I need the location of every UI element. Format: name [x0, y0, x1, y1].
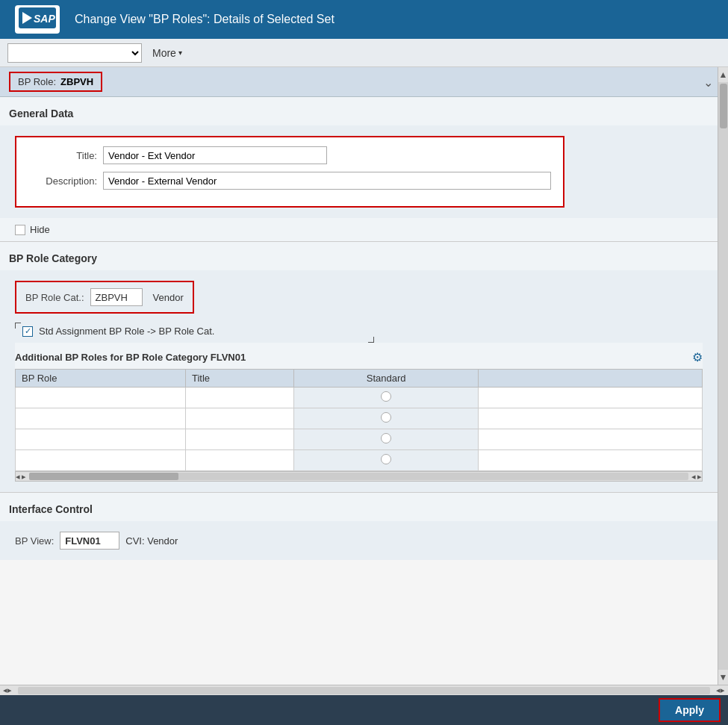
right-arrow-icon[interactable]: ▸	[22, 472, 26, 482]
footer: Apply	[0, 695, 728, 725]
std-assignment-checkbox[interactable]	[22, 326, 33, 337]
toolbar: More ▾	[0, 39, 728, 67]
general-data-fields: Title: Description:	[15, 136, 564, 208]
col-standard: Standard	[294, 370, 479, 388]
cell-title-1	[185, 388, 293, 408]
table-scroll-right[interactable]: ◂ ▸	[691, 472, 702, 482]
additional-bp-title: Additional BP Roles for BP Role Category…	[15, 352, 246, 363]
col-title: Title	[185, 370, 293, 388]
toolbar-dropdown[interactable]	[7, 43, 142, 63]
bottom-scroll-nav[interactable]: ◂ ▸	[0, 685, 15, 695]
header-title: Change View "BP Roles": Details of Selec…	[75, 13, 335, 26]
header: SAP Change View "BP Roles": Details of S…	[0, 0, 728, 39]
bp-role-category-title: BP Role Category	[0, 249, 718, 270]
apply-button[interactable]: Apply	[659, 698, 721, 722]
scroll-right-icon[interactable]: ⌄	[703, 75, 713, 89]
gear-icon[interactable]: ⚙	[692, 350, 703, 364]
cell-title-3	[185, 429, 293, 450]
bp-role-cat-label: BP Role Cat.:	[25, 292, 84, 303]
hide-row: Hide	[0, 218, 718, 241]
bp-role-box: BP Role: ZBPVH	[9, 72, 102, 92]
left-arrow-icon[interactable]: ◂	[16, 472, 20, 482]
bp-role-bar: BP Role: ZBPVH ⌄	[0, 67, 718, 97]
h-scroll-thumb	[29, 473, 178, 480]
radio-4[interactable]	[381, 454, 391, 464]
cell-standard-3	[294, 429, 479, 450]
cell-bp-role-2	[16, 408, 186, 429]
hide-checkbox[interactable]	[15, 225, 25, 235]
bp-role-cat-name: Vendor	[153, 292, 184, 303]
additional-bp-header: Additional BP Roles for BP Role Category…	[15, 350, 703, 364]
bottom-scroll-nav-right[interactable]: ◂ ▸	[713, 685, 728, 695]
general-data-section: General Data Title: Description: Hide	[0, 97, 718, 242]
bp-role-cat-fields: BP Role Cat.: ZBPVH Vendor	[15, 281, 194, 314]
radio-1[interactable]	[381, 391, 391, 402]
sap-logo: SAP	[15, 5, 60, 34]
chevron-down-icon: ▾	[178, 49, 182, 57]
bp-role-cat-value: ZBPVH	[90, 288, 143, 306]
content-area: BP Role: ZBPVH ⌄ General Data Title: Des…	[0, 67, 718, 685]
cell-extra-1	[479, 388, 703, 408]
cell-bp-role-4	[16, 450, 186, 471]
cell-extra-2	[479, 408, 703, 429]
sap-logo-text: SAP	[19, 7, 56, 32]
std-assignment-row: Std Assignment BP Role -> BP Role Cat.	[15, 323, 703, 343]
scroll-up-icon[interactable]: ▲	[719, 67, 728, 82]
cell-bp-role-1	[16, 388, 186, 408]
bottom-scrollbar: ◂ ▸ ◂ ▸	[0, 685, 728, 695]
title-input[interactable]	[103, 146, 327, 164]
cell-extra-3	[479, 429, 703, 450]
bp-view-label: BP View:	[15, 535, 54, 547]
bp-view-row: BP View: FLVN01 CVI: Vendor	[15, 532, 703, 550]
additional-bp-section: Additional BP Roles for BP Role Category…	[15, 343, 703, 482]
interface-control-title: Interface Control	[0, 500, 718, 521]
bracket-br	[368, 337, 374, 343]
cell-extra-4	[479, 450, 703, 471]
col-bp-role: BP Role	[16, 370, 186, 388]
cell-standard-2	[294, 408, 479, 429]
bp-role-value: ZBPVH	[60, 76, 93, 87]
scroll-track	[718, 82, 728, 670]
radio-3[interactable]	[381, 433, 391, 444]
bracket-tl	[15, 323, 21, 329]
table-row	[16, 429, 703, 450]
main-wrapper: BP Role: ZBPVH ⌄ General Data Title: Des…	[0, 67, 728, 685]
description-row: Description:	[28, 172, 551, 190]
description-label: Description:	[28, 175, 103, 187]
title-label: Title:	[28, 150, 103, 161]
cvi-label: CVI: Vendor	[125, 535, 178, 547]
left-icon-2[interactable]: ◂	[691, 472, 696, 482]
cell-title-4	[185, 450, 293, 471]
bottom-scroll-thumb	[18, 687, 710, 694]
cell-standard-4	[294, 450, 479, 471]
table-scroll-left[interactable]: ◂ ▸	[16, 472, 26, 482]
table-row	[16, 408, 703, 429]
table-row	[16, 388, 703, 408]
general-data-title: General Data	[0, 105, 718, 125]
more-menu[interactable]: More ▾	[148, 46, 187, 60]
additional-bp-table: BP Role Title Standard	[15, 369, 703, 471]
svg-text:SAP: SAP	[34, 13, 55, 25]
bp-role-category-section: BP Role Category BP Role Cat.: ZBPVH Ven…	[0, 242, 718, 493]
cell-title-2	[185, 408, 293, 429]
col-extra	[479, 370, 703, 388]
title-row: Title:	[28, 146, 551, 164]
cell-standard-1	[294, 388, 479, 408]
right-scrollbar: ▲ ▼	[718, 67, 728, 685]
bottom-right-icon[interactable]: ▸	[7, 685, 12, 695]
std-assignment-label: Std Assignment BP Role -> BP Role Cat.	[39, 326, 214, 337]
interface-control-section: Interface Control BP View: FLVN01 CVI: V…	[0, 493, 718, 560]
description-input[interactable]	[103, 172, 551, 190]
scroll-thumb	[720, 84, 727, 128]
more-label: More	[152, 47, 176, 59]
bp-role-label: BP Role:	[18, 76, 56, 87]
table-row	[16, 450, 703, 471]
right-icon-2[interactable]: ▸	[697, 472, 702, 482]
table-scroll-row: ◂ ▸ ◂ ▸	[15, 471, 703, 482]
bottom-right-2-icon[interactable]: ▸	[721, 685, 725, 695]
scroll-down-icon[interactable]: ▼	[719, 670, 728, 685]
cell-bp-role-3	[16, 429, 186, 450]
radio-2[interactable]	[381, 412, 391, 423]
general-data-body: Title: Description:	[0, 125, 718, 218]
bp-view-value: FLVN01	[60, 532, 119, 550]
